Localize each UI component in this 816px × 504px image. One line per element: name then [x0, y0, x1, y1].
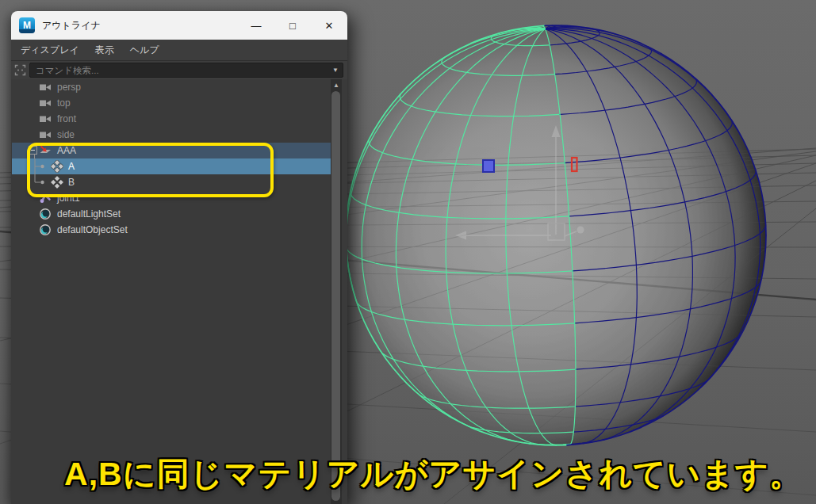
selection-handle-blue[interactable]: [483, 160, 494, 172]
command-search-row: ▼: [11, 61, 347, 80]
screen: M アウトライナ — □ ✕ ディスプレイ 表示 ヘルプ: [0, 0, 816, 504]
object-set-icon: [39, 223, 52, 239]
tree-item-front[interactable]: front: [12, 111, 331, 127]
manipulator-z-handle[interactable]: [577, 227, 584, 234]
window-titlebar[interactable]: M アウトライナ — □ ✕: [11, 11, 347, 40]
menu-bar: ディスプレイ 表示 ヘルプ: [11, 40, 347, 61]
tree-item-top[interactable]: top: [12, 95, 331, 111]
chevron-down-icon[interactable]: ▼: [332, 67, 339, 74]
tree-item-defaultLightSet[interactable]: defaultLightSet: [12, 206, 331, 222]
maximize-button[interactable]: □: [274, 11, 311, 40]
close-button[interactable]: ✕: [311, 11, 347, 40]
highlight-box: [27, 143, 274, 197]
scrollbar-thumb[interactable]: [331, 91, 340, 501]
sphere-surface[interactable]: [346, 25, 766, 445]
menu-show[interactable]: 表示: [95, 44, 114, 57]
camera-icon: [39, 113, 52, 128]
outliner-window: M アウトライナ — □ ✕ ディスプレイ 表示 ヘルプ: [11, 11, 347, 504]
maya-app-icon: M: [19, 17, 35, 33]
tree-scrollbar[interactable]: ▲: [331, 79, 342, 504]
selection-brackets-icon[interactable]: [14, 64, 26, 76]
tree-item-persp[interactable]: persp: [12, 79, 331, 95]
caption-text: A,Bに同じマテリアルがアサインされています。: [51, 452, 816, 496]
command-search-input[interactable]: [34, 65, 329, 76]
window-title: アウトライナ: [42, 19, 101, 32]
window-controls: — □ ✕: [238, 11, 347, 40]
menu-help[interactable]: ヘルプ: [130, 44, 159, 57]
camera-icon: [39, 97, 52, 113]
camera-icon: [39, 81, 52, 97]
command-search-field[interactable]: ▼: [29, 63, 343, 78]
menu-display[interactable]: ディスプレイ: [21, 44, 79, 57]
tree-item-side[interactable]: side: [12, 127, 331, 143]
tree-item-defaultObjectSet[interactable]: defaultObjectSet: [12, 222, 331, 238]
camera-icon: [39, 128, 52, 144]
scroll-up-icon[interactable]: ▲: [331, 79, 342, 90]
object-set-icon: [39, 208, 52, 223]
minimize-button[interactable]: —: [238, 11, 274, 40]
